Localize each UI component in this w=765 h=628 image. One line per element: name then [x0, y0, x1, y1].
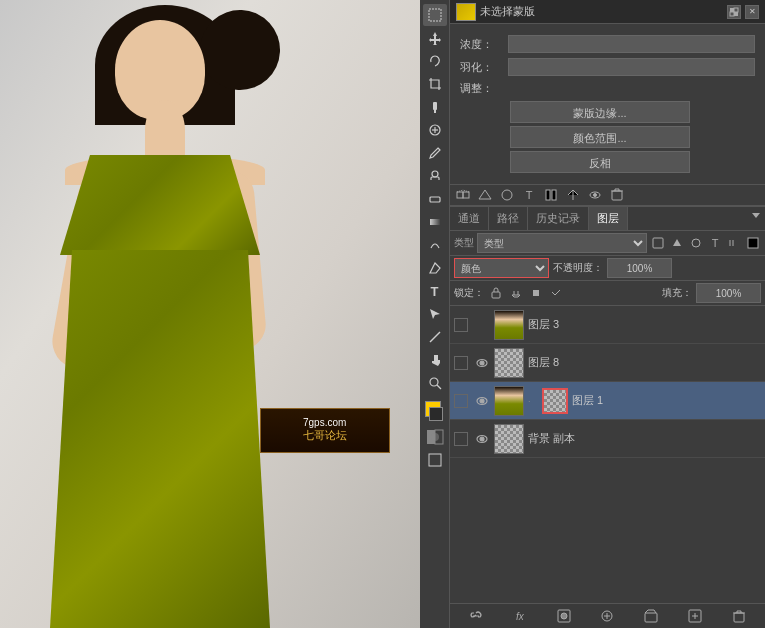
- tool-path-select[interactable]: [423, 303, 447, 325]
- foreground-color[interactable]: [423, 401, 447, 425]
- feather-input[interactable]: [508, 58, 755, 76]
- layer-tool-1[interactable]: [454, 187, 472, 203]
- tool-pen[interactable]: [423, 257, 447, 279]
- filter-icon-5[interactable]: [726, 235, 742, 251]
- mask-icon-2[interactable]: ✕: [745, 5, 759, 19]
- lock-icon-2[interactable]: [508, 285, 524, 301]
- lock-icon-4[interactable]: [548, 285, 564, 301]
- layer-link-btn[interactable]: [466, 607, 486, 625]
- svg-point-42: [480, 361, 484, 365]
- tool-marquee[interactable]: [423, 4, 447, 26]
- filter-label: 类型: [454, 236, 474, 250]
- layer-item-bg[interactable]: 背景 副本: [450, 420, 765, 458]
- layer-8-check[interactable]: [454, 356, 468, 370]
- canvas-image: 7gps.com 七哥论坛: [0, 0, 420, 628]
- tool-hand[interactable]: [423, 349, 447, 371]
- layers-list: 图层 3 图层 8: [450, 306, 765, 603]
- filter-icon-6[interactable]: [745, 235, 761, 251]
- svg-point-12: [430, 378, 438, 386]
- watermark-text: 七哥论坛: [303, 428, 347, 443]
- tab-menu-icon[interactable]: [747, 207, 765, 223]
- layer-3-name: 图层 3: [528, 317, 761, 332]
- tab-layers[interactable]: 图层: [589, 207, 628, 230]
- tool-crop[interactable]: [423, 73, 447, 95]
- tool-stamp[interactable]: [423, 165, 447, 187]
- svg-point-44: [480, 399, 484, 403]
- layer-adjustment-btn[interactable]: [597, 607, 617, 625]
- mask-edge-button[interactable]: 蒙版边缘...: [510, 101, 690, 123]
- tool-blur[interactable]: [423, 234, 447, 256]
- change-screen[interactable]: [423, 449, 447, 471]
- svg-rect-17: [429, 454, 441, 466]
- toolbar: T: [420, 0, 450, 628]
- tabs-bar: 通道 路径 历史记录 图层: [450, 206, 765, 231]
- mask-panel-header: 未选择蒙版 ✕: [450, 0, 765, 24]
- layers-bottom: fx: [450, 603, 765, 628]
- svg-rect-19: [734, 8, 738, 12]
- color-range-button[interactable]: 颜色范围...: [510, 126, 690, 148]
- tool-gradient[interactable]: [423, 211, 447, 233]
- adjust-label: 调整：: [460, 81, 500, 96]
- mask-icon-1[interactable]: [727, 5, 741, 19]
- layer-trash-icon[interactable]: [608, 187, 626, 203]
- layer-bg-thumb: [494, 424, 524, 454]
- svg-point-7: [432, 171, 438, 177]
- filter-icon-2[interactable]: [669, 235, 685, 251]
- layer-group-btn[interactable]: [641, 607, 661, 625]
- tool-eyedropper[interactable]: [423, 96, 447, 118]
- layer-1-check[interactable]: [454, 394, 468, 408]
- layer-fx-btn[interactable]: fx: [510, 607, 530, 625]
- svg-rect-23: [463, 192, 469, 198]
- layer-3-check[interactable]: [454, 318, 468, 332]
- layer-3-visibility[interactable]: [474, 317, 490, 333]
- layer-mask-btn[interactable]: [554, 607, 574, 625]
- tool-move[interactable]: [423, 27, 447, 49]
- tab-channels[interactable]: 通道: [450, 207, 489, 230]
- tool-line[interactable]: [423, 326, 447, 348]
- tool-zoom[interactable]: [423, 372, 447, 394]
- layer-delete-btn[interactable]: [729, 607, 749, 625]
- tool-eraser[interactable]: [423, 188, 447, 210]
- blend-mode-select[interactable]: 颜色: [454, 258, 549, 278]
- layer-bg-check[interactable]: [454, 432, 468, 446]
- filter-icon-3[interactable]: [688, 235, 704, 251]
- tab-history[interactable]: 历史记录: [528, 207, 589, 230]
- opacity-label: 不透明度：: [553, 261, 603, 275]
- opacity-input[interactable]: [607, 258, 672, 278]
- lock-icon-1[interactable]: [488, 285, 504, 301]
- layer-item-8[interactable]: 图层 8: [450, 344, 765, 382]
- layer-tool-5[interactable]: [542, 187, 560, 203]
- svg-point-48: [561, 613, 567, 619]
- filter-icon-4[interactable]: T: [707, 235, 723, 251]
- filter-type-select[interactable]: 类型: [477, 233, 647, 253]
- lock-label: 锁定：: [454, 286, 484, 300]
- concentration-input[interactable]: [508, 35, 755, 53]
- fill-input[interactable]: [696, 283, 761, 303]
- layer-tool-2[interactable]: [476, 187, 494, 203]
- svg-rect-21: [734, 12, 738, 16]
- layer-item-3[interactable]: 图层 3: [450, 306, 765, 344]
- svg-rect-36: [748, 238, 758, 248]
- tool-lasso[interactable]: [423, 50, 447, 72]
- layer-item-1[interactable]: · 图层 1: [450, 382, 765, 420]
- layer-1-name: 图层 1: [572, 393, 761, 408]
- layer-tool-6[interactable]: [564, 187, 582, 203]
- svg-marker-1: [429, 32, 441, 45]
- filter-row: 类型 类型 T: [450, 231, 765, 256]
- layer-new-btn[interactable]: [685, 607, 705, 625]
- lock-icon-3[interactable]: [528, 285, 544, 301]
- layer-1-visibility[interactable]: [474, 393, 490, 409]
- tool-brush[interactable]: [423, 142, 447, 164]
- invert-button[interactable]: 反相: [510, 151, 690, 173]
- neck: [145, 100, 185, 160]
- filter-icon-1[interactable]: [650, 235, 666, 251]
- layer-bg-visibility[interactable]: [474, 431, 490, 447]
- quick-mask[interactable]: [423, 426, 447, 448]
- layer-tool-4[interactable]: T: [520, 187, 538, 203]
- layer-eye-icon[interactable]: [586, 187, 604, 203]
- tool-spot-heal[interactable]: [423, 119, 447, 141]
- tab-paths[interactable]: 路径: [489, 207, 528, 230]
- tool-text[interactable]: T: [423, 280, 447, 302]
- layer-tool-3[interactable]: [498, 187, 516, 203]
- layer-8-visibility[interactable]: [474, 355, 490, 371]
